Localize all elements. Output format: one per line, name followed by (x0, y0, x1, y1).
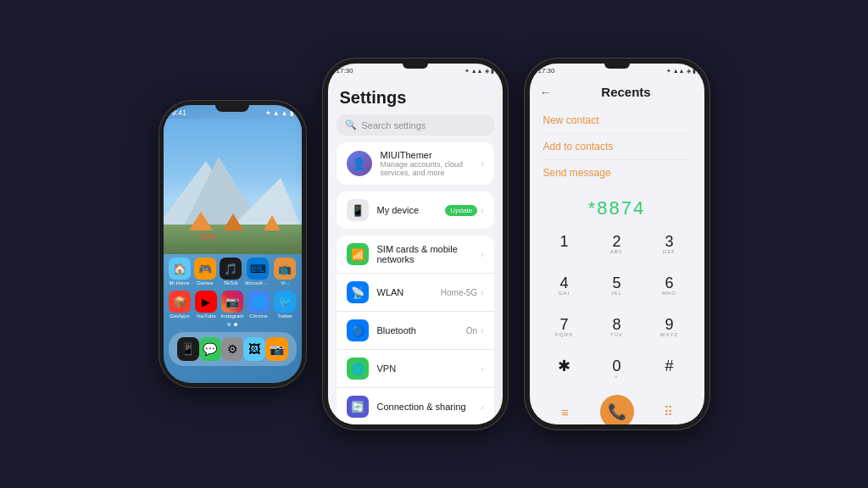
sim-row[interactable]: 📶 SIM cards & mobile networks › (337, 236, 494, 274)
add-to-contacts-option[interactable]: Add to contacts (543, 134, 691, 160)
dial-num-star: ✱ (558, 358, 570, 374)
dialer-time: 17:30 (538, 67, 555, 75)
dock-gallery[interactable]: 🖼 (243, 337, 265, 361)
app-youtube[interactable]: ▶ YouTube (195, 291, 218, 319)
dial-5[interactable]: 5 JKL (591, 266, 643, 308)
notch (215, 105, 249, 112)
dial-8[interactable]: 8 TUV (591, 308, 643, 349)
phone-2: 17:30 ✦ ▲▲ ◈ ▮ Settings 🔍 Search setting… (322, 58, 509, 430)
dot-2 (234, 323, 237, 326)
tent-1 (189, 212, 213, 230)
wlan-chevron: › (481, 288, 483, 297)
dialer-header: ← Recents (530, 76, 704, 104)
menu-icon[interactable]: ≡ (553, 405, 578, 419)
vpn-icon: 🌐 (347, 358, 369, 380)
dock-settings[interactable]: ⚙ (221, 337, 243, 361)
app-icon-youtube[interactable]: ▶ (195, 291, 217, 313)
app-twitter[interactable]: 🐦 Twitter (274, 291, 297, 319)
settings-time: 17:30 (337, 67, 353, 75)
app-games[interactable]: 🎮 Games (194, 258, 216, 286)
app-label-twitter: Twitter (277, 313, 292, 319)
app-instagram[interactable]: 📷 Instagram (221, 291, 244, 319)
app-icon-mihome[interactable]: 🏠 (169, 258, 191, 280)
app-dock: 📱 💬 ⚙ 🖼 📷 (169, 332, 297, 366)
dial-num-9: 9 (665, 317, 673, 332)
send-message-option[interactable]: Send message (543, 160, 691, 186)
dial-num-5: 5 (612, 275, 620, 291)
dot-1 (227, 323, 231, 326)
new-contact-option[interactable]: New contact (543, 108, 691, 134)
connection-sharing-label: Connection & sharing (377, 402, 473, 412)
app-label-getapps: GetApps (170, 313, 189, 319)
dock-camera[interactable]: 📷 (265, 337, 287, 361)
bluetooth-icon: ✦ (265, 109, 271, 117)
connection-sharing-row[interactable]: 🔄 Connection & sharing › (337, 388, 494, 424)
dial-0[interactable]: 0 + (591, 348, 643, 390)
dial-9[interactable]: 9 WXYZ (643, 308, 696, 349)
dial-4[interactable]: 4 GHI (538, 266, 591, 308)
dock-chat[interactable]: 💬 (199, 337, 221, 361)
app-grid-row1: 🏠 Mi Home 🎮 Games 🎵 TikTok ⌨ Microsoft S… (164, 254, 302, 289)
wifi-icon: ▲ (281, 109, 288, 117)
bluetooth-row[interactable]: 🔵 Bluetooth On › (337, 312, 494, 350)
dial-num-4: 4 (559, 275, 568, 291)
app-label-swiftkey: Microsoft SwiftKey (245, 280, 270, 286)
call-button[interactable]: 📞 (600, 395, 634, 424)
app-chrome[interactable]: 🌐 Chrome (248, 291, 270, 319)
dialer-battery-icon: ▮ (693, 68, 696, 75)
app-label-mihome: Mi Home (170, 280, 190, 286)
dial-num-7: 7 (559, 317, 568, 332)
dialpad: 1 2 ABC 3 DEF 4 GHI 5 JKL (530, 225, 704, 390)
dial-2[interactable]: 2 ABC (591, 225, 643, 266)
app-icon-getapps[interactable]: 📦 (169, 291, 191, 313)
dial-6[interactable]: 6 MNO (643, 266, 696, 308)
settings-content: Settings 🔍 Search settings 👤 MIUIThemer … (328, 76, 503, 424)
dial-3[interactable]: 3 DEF (643, 225, 696, 266)
dial-1[interactable]: 1 (538, 225, 591, 266)
vpn-row[interactable]: 🌐 VPN › (337, 350, 494, 388)
dial-letters-2: ABC (610, 249, 623, 256)
profile-row[interactable]: 👤 MIUIThemer Manage accounts, cloud serv… (337, 142, 494, 185)
keypad-icon[interactable]: ⠿ (656, 404, 682, 419)
my-device-right: Update › (445, 205, 483, 216)
app-swiftkey[interactable]: ⌨ Microsoft SwiftKey (245, 258, 270, 286)
dial-7[interactable]: 7 PQRS (538, 308, 591, 349)
settings-search-bar[interactable]: 🔍 Search settings (337, 114, 494, 136)
app-mihome[interactable]: 🏠 Mi Home (169, 258, 191, 286)
dialer-title: Recents (559, 85, 694, 99)
app-getapps[interactable]: 📦 GetApps (169, 291, 192, 319)
dial-hash[interactable]: # (643, 348, 696, 390)
app-icon-v[interactable]: 📺 (274, 258, 296, 280)
profile-card[interactable]: 👤 MIUIThemer Manage accounts, cloud serv… (337, 142, 494, 185)
wlan-icon: 📡 (347, 281, 369, 303)
app-grid-row2: 📦 GetApps ▶ YouTube 📷 Instagram 🌐 Chrome… (164, 289, 302, 320)
dialer-signal-icon: ▲▲ (673, 68, 685, 74)
dial-star[interactable]: ✱ (538, 348, 591, 390)
page-dots (164, 320, 302, 329)
app-label-youtube: YouTube (196, 313, 216, 319)
dial-letters-9: WXYZ (660, 332, 678, 339)
app-icon-games[interactable]: 🎮 (194, 258, 216, 280)
app-tiktok[interactable]: 🎵 TikTok (220, 258, 242, 286)
app-icon-instagram[interactable]: 📷 (221, 291, 243, 313)
app-icon-twitter[interactable]: 🐦 (274, 291, 296, 313)
dial-num-hash: # (665, 358, 673, 374)
dock-phone[interactable]: 📱 (177, 337, 199, 361)
network-card[interactable]: 📶 SIM cards & mobile networks › 📡 WLAN H… (337, 236, 494, 424)
app-label-tiktok: TikTok (224, 280, 238, 286)
bluetooth-label: Bluetooth (377, 325, 458, 336)
wlan-label: WLAN (377, 287, 432, 297)
app-v[interactable]: 📺 Vi... (274, 258, 296, 286)
app-icon-swiftkey[interactable]: ⌨ (247, 258, 269, 280)
my-device-row[interactable]: 📱 My device Update › (337, 191, 494, 229)
my-device-card[interactable]: 📱 My device Update › (337, 191, 494, 229)
dialer-status-icons: ✦ ▲▲ ◈ ▮ (666, 68, 696, 75)
profile-chevron: › (481, 159, 483, 169)
wlan-row[interactable]: 📡 WLAN Home-5G › (337, 274, 494, 312)
back-button[interactable]: ← (540, 86, 552, 99)
sim-icon: 📶 (347, 243, 369, 265)
app-icon-chrome[interactable]: 🌐 (248, 291, 270, 313)
my-device-chevron: › (481, 206, 483, 215)
settings-status-icons: ✦ ▲▲ ◈ ▮ (465, 68, 494, 75)
app-icon-tiktok[interactable]: 🎵 (220, 258, 242, 280)
